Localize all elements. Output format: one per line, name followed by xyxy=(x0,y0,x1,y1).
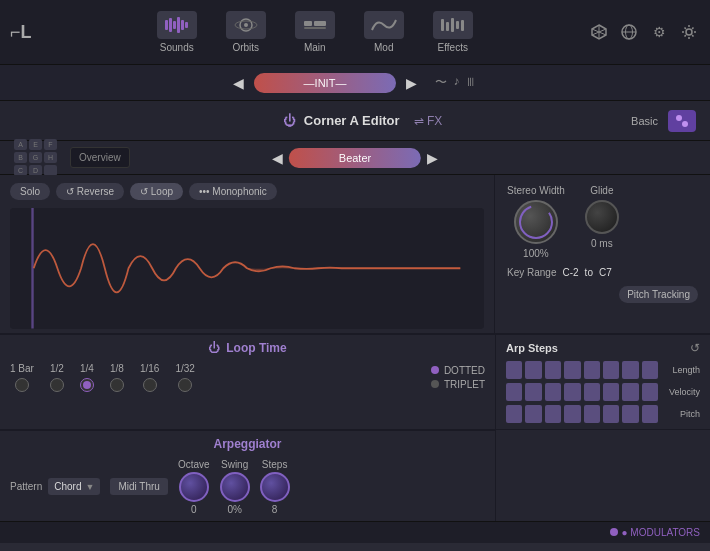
monophonic-button[interactable]: ••• Monophonic xyxy=(189,183,277,200)
waveform-display xyxy=(10,208,484,329)
step-pitch-3[interactable] xyxy=(545,405,561,423)
step-length-7[interactable] xyxy=(622,361,638,379)
beater-button[interactable]: Beater xyxy=(289,148,421,168)
modulators-button[interactable]: ● MODULATORS xyxy=(610,527,700,538)
swing-label: Swing xyxy=(221,459,248,470)
step-length-label: Length xyxy=(663,365,700,375)
step-pitch-5[interactable] xyxy=(584,405,600,423)
step-length-4[interactable] xyxy=(564,361,580,379)
stereo-width-group: Stereo Width 100% xyxy=(507,185,565,259)
loop-1bar[interactable]: 1 Bar xyxy=(10,363,34,392)
loop-32nd-radio[interactable] xyxy=(178,378,192,392)
step-pitch-2[interactable] xyxy=(525,405,541,423)
glide-knob[interactable] xyxy=(585,200,619,234)
step-length-8[interactable] xyxy=(642,361,658,379)
step-vel-1[interactable] xyxy=(506,383,522,401)
svg-rect-0 xyxy=(165,20,168,30)
svg-point-22 xyxy=(682,121,688,127)
loop-header: ⏻ Loop Time xyxy=(10,341,485,355)
step-pitch-4[interactable] xyxy=(564,405,580,423)
pitch-tracking-button[interactable]: Pitch Tracking xyxy=(619,286,698,303)
loop-eighth-radio[interactable] xyxy=(110,378,124,392)
step-length-5[interactable] xyxy=(584,361,600,379)
octave-value: 0 xyxy=(191,504,197,515)
arp-bottom-row: Arpeggiator Pattern Chord ▼ Midi Thru Oc… xyxy=(0,429,710,521)
init-next-button[interactable]: ▶ xyxy=(406,75,417,91)
stereo-width-value: 100% xyxy=(523,248,549,259)
loop-32nd[interactable]: 1/32 xyxy=(175,363,194,392)
pattern-dropdown[interactable]: Chord ▼ xyxy=(48,478,100,495)
editor-right: Basic xyxy=(631,110,696,132)
editor-power-icon[interactable]: ⏻ xyxy=(283,113,296,128)
svg-rect-5 xyxy=(185,22,188,28)
loop-quarter[interactable]: 1/4 xyxy=(80,363,94,392)
loop-button[interactable]: ↺ Loop xyxy=(130,183,183,200)
step-pitch-7[interactable] xyxy=(622,405,638,423)
loop-half[interactable]: 1/2 xyxy=(50,363,64,392)
stereo-panel: Stereo Width 100% Glide 0 ms Key Range C… xyxy=(495,175,710,333)
key-range-from: C-2 xyxy=(562,267,578,278)
step-pitch-1[interactable] xyxy=(506,405,522,423)
arp-refresh-button[interactable]: ↺ xyxy=(690,341,700,355)
init-prev-button[interactable]: ◀ xyxy=(233,75,244,91)
overview-button[interactable]: Overview xyxy=(70,147,130,168)
loop-eighth-label: 1/8 xyxy=(110,363,124,374)
step-vel-7[interactable] xyxy=(622,383,638,401)
loop-16th[interactable]: 1/16 xyxy=(140,363,159,392)
loop-1bar-radio[interactable] xyxy=(15,378,29,392)
tab-sounds[interactable]: Sounds xyxy=(145,7,209,57)
glide-value: 0 ms xyxy=(591,238,613,249)
step-vel-8[interactable] xyxy=(642,383,658,401)
settings-icon[interactable] xyxy=(678,21,700,43)
step-length-6[interactable] xyxy=(603,361,619,379)
solo-button[interactable]: Solo xyxy=(10,183,50,200)
step-pitch-6[interactable] xyxy=(603,405,619,423)
svg-rect-24 xyxy=(31,208,33,329)
octave-knob[interactable] xyxy=(179,472,209,502)
loop-eighth[interactable]: 1/8 xyxy=(110,363,124,392)
step-vel-3[interactable] xyxy=(545,383,561,401)
steps-knob[interactable] xyxy=(260,472,290,502)
cube-icon[interactable] xyxy=(588,21,610,43)
svg-point-21 xyxy=(676,115,682,121)
step-velocity-label: Velocity xyxy=(663,387,700,397)
loop-quarter-radio[interactable] xyxy=(80,378,94,392)
tab-main[interactable]: Main xyxy=(283,7,347,57)
loop-16th-radio[interactable] xyxy=(143,378,157,392)
tab-mod[interactable]: Mod xyxy=(352,7,416,57)
step-vel-4[interactable] xyxy=(564,383,580,401)
midi-thru-button[interactable]: Midi Thru xyxy=(110,478,168,495)
step-pitch-8[interactable] xyxy=(642,405,658,423)
step-vel-5[interactable] xyxy=(584,383,600,401)
loop-power-icon[interactable]: ⏻ xyxy=(208,341,220,355)
dotted-option[interactable]: DOTTED xyxy=(431,365,485,376)
overview-panel: A E F B G H C D Overview xyxy=(14,139,130,177)
triplet-option[interactable]: TRIPLET xyxy=(431,379,485,390)
step-length-3[interactable] xyxy=(545,361,561,379)
wave-icon[interactable]: 〜 xyxy=(435,74,447,91)
glide-group: Glide 0 ms xyxy=(585,185,619,259)
loop-half-radio[interactable] xyxy=(50,378,64,392)
editor-fx-label[interactable]: ⇌ FX xyxy=(414,114,443,128)
loop-title: Loop Time xyxy=(226,341,286,355)
init-button[interactable]: —INIT— xyxy=(254,73,397,93)
loop-1bar-label: 1 Bar xyxy=(10,363,34,374)
globe-icon[interactable] xyxy=(618,21,640,43)
person-icon[interactable]: ♪ xyxy=(453,74,459,91)
tab-effects[interactable]: Effects xyxy=(421,7,485,57)
tweak-button[interactable] xyxy=(668,110,696,132)
swing-knob[interactable] xyxy=(220,472,250,502)
step-vel-2[interactable] xyxy=(525,383,541,401)
stereo-width-knob[interactable] xyxy=(514,200,558,244)
sliders-icon[interactable]: ⫼ xyxy=(465,74,477,91)
routing-empty xyxy=(44,165,57,176)
step-length-1[interactable] xyxy=(506,361,522,379)
step-vel-6[interactable] xyxy=(603,383,619,401)
step-length-2[interactable] xyxy=(525,361,541,379)
beater-next-button[interactable]: ▶ xyxy=(427,150,438,166)
reverse-button[interactable]: ↺ Reverse xyxy=(56,183,124,200)
tab-orbits[interactable]: Orbits xyxy=(214,7,278,57)
svg-rect-2 xyxy=(173,21,176,29)
beater-prev-button[interactable]: ◀ xyxy=(272,150,283,166)
info-icon[interactable]: ⚙ xyxy=(648,21,670,43)
